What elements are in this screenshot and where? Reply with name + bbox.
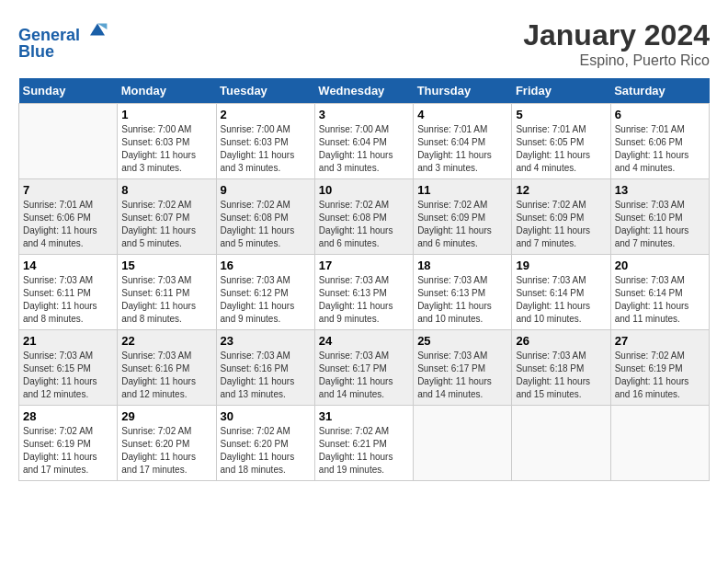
day-number: 7 [23,183,113,197]
day-info: Sunrise: 7:03 AM Sunset: 6:17 PM Dayligh… [417,350,507,401]
day-number: 3 [319,108,409,121]
day-info: Sunrise: 7:03 AM Sunset: 6:12 PM Dayligh… [221,274,311,326]
day-number: 30 [221,409,311,423]
header-friday: Friday [512,78,610,104]
calendar-cell: 4Sunrise: 7:01 AM Sunset: 6:04 PM Daylig… [414,104,512,179]
calendar-cell: 31Sunrise: 7:02 AM Sunset: 6:21 PM Dayli… [314,406,413,481]
calendar-cell: 1Sunrise: 7:00 AM Sunset: 6:03 PM Daylig… [118,104,216,179]
day-number: 27 [615,334,705,348]
day-info: Sunrise: 7:03 AM Sunset: 6:11 PM Dayligh… [23,274,113,326]
day-number: 15 [121,259,211,272]
day-info: Sunrise: 7:03 AM Sunset: 6:17 PM Dayligh… [319,350,409,401]
calendar-week-row: 7Sunrise: 7:01 AM Sunset: 6:06 PM Daylig… [19,179,710,255]
day-number: 22 [121,334,211,348]
day-info: Sunrise: 7:03 AM Sunset: 6:14 PM Dayligh… [516,274,606,326]
calendar-cell: 9Sunrise: 7:02 AM Sunset: 6:08 PM Daylig… [216,179,314,255]
day-number: 14 [23,259,113,272]
day-info: Sunrise: 7:03 AM Sunset: 6:10 PM Dayligh… [615,199,705,250]
day-number: 19 [516,259,606,272]
calendar-cell: 14Sunrise: 7:03 AM Sunset: 6:11 PM Dayli… [19,255,118,330]
day-number: 18 [417,259,507,272]
day-number: 11 [417,183,507,197]
day-info: Sunrise: 7:02 AM Sunset: 6:07 PM Dayligh… [121,199,211,250]
calendar-cell: 21Sunrise: 7:03 AM Sunset: 6:15 PM Dayli… [19,330,118,406]
day-number: 21 [23,334,113,348]
calendar-cell: 18Sunrise: 7:03 AM Sunset: 6:13 PM Dayli… [414,255,512,330]
day-info: Sunrise: 7:00 AM Sunset: 6:03 PM Dayligh… [121,123,211,175]
day-number: 5 [516,108,606,121]
day-info: Sunrise: 7:02 AM Sunset: 6:20 PM Dayligh… [221,425,311,477]
calendar-cell [414,406,512,481]
header-sunday: Sunday [19,78,118,104]
calendar-subtitle: Espino, Puerto Rico [523,52,710,69]
calendar-cell: 26Sunrise: 7:03 AM Sunset: 6:18 PM Dayli… [512,330,610,406]
logo: General Blue [18,18,108,62]
calendar-table: Sunday Monday Tuesday Wednesday Thursday… [18,78,710,481]
calendar-cell: 22Sunrise: 7:03 AM Sunset: 6:16 PM Dayli… [118,330,216,406]
header-monday: Monday [118,78,216,104]
day-info: Sunrise: 7:03 AM Sunset: 6:16 PM Dayligh… [221,350,311,401]
header-wednesday: Wednesday [314,78,413,104]
calendar-week-row: 28Sunrise: 7:02 AM Sunset: 6:19 PM Dayli… [19,406,710,481]
day-number: 6 [615,108,705,121]
day-info: Sunrise: 7:00 AM Sunset: 6:03 PM Dayligh… [221,123,311,175]
calendar-cell: 16Sunrise: 7:03 AM Sunset: 6:12 PM Dayli… [216,255,314,330]
calendar-week-row: 14Sunrise: 7:03 AM Sunset: 6:11 PM Dayli… [19,255,710,330]
day-info: Sunrise: 7:03 AM Sunset: 6:13 PM Dayligh… [319,274,409,326]
day-number: 8 [121,183,211,197]
calendar-cell [610,406,709,481]
header-tuesday: Tuesday [216,78,314,104]
calendar-cell: 19Sunrise: 7:03 AM Sunset: 6:14 PM Dayli… [512,255,610,330]
calendar-cell: 10Sunrise: 7:02 AM Sunset: 6:08 PM Dayli… [314,179,413,255]
day-info: Sunrise: 7:01 AM Sunset: 6:04 PM Dayligh… [417,123,507,175]
day-number: 2 [221,108,311,121]
day-info: Sunrise: 7:03 AM Sunset: 6:13 PM Dayligh… [417,274,507,326]
day-number: 1 [121,108,211,121]
calendar-cell: 23Sunrise: 7:03 AM Sunset: 6:16 PM Dayli… [216,330,314,406]
calendar-cell: 5Sunrise: 7:01 AM Sunset: 6:05 PM Daylig… [512,104,610,179]
day-number: 23 [221,334,311,348]
day-number: 17 [319,259,409,272]
day-number: 26 [516,334,606,348]
title-area: January 2024 Espino, Puerto Rico [523,18,710,69]
day-info: Sunrise: 7:00 AM Sunset: 6:04 PM Dayligh… [319,123,409,175]
calendar-cell: 17Sunrise: 7:03 AM Sunset: 6:13 PM Dayli… [314,255,413,330]
day-info: Sunrise: 7:02 AM Sunset: 6:09 PM Dayligh… [516,199,606,250]
calendar-cell: 3Sunrise: 7:00 AM Sunset: 6:04 PM Daylig… [314,104,413,179]
page-header: General Blue January 2024 Espino, Puerto… [18,18,710,69]
calendar-cell [512,406,610,481]
day-info: Sunrise: 7:03 AM Sunset: 6:18 PM Dayligh… [516,350,606,401]
day-info: Sunrise: 7:02 AM Sunset: 6:09 PM Dayligh… [417,199,507,250]
calendar-week-row: 1Sunrise: 7:00 AM Sunset: 6:03 PM Daylig… [19,104,710,179]
day-info: Sunrise: 7:02 AM Sunset: 6:08 PM Dayligh… [221,199,311,250]
day-number: 29 [121,409,211,423]
calendar-cell: 8Sunrise: 7:02 AM Sunset: 6:07 PM Daylig… [118,179,216,255]
day-number: 16 [221,259,311,272]
calendar-cell: 11Sunrise: 7:02 AM Sunset: 6:09 PM Dayli… [414,179,512,255]
day-info: Sunrise: 7:02 AM Sunset: 6:19 PM Dayligh… [615,350,705,401]
header-saturday: Saturday [610,78,709,104]
calendar-header-row: Sunday Monday Tuesday Wednesday Thursday… [19,78,710,104]
day-number: 12 [516,183,606,197]
day-info: Sunrise: 7:03 AM Sunset: 6:14 PM Dayligh… [615,274,705,326]
calendar-cell: 13Sunrise: 7:03 AM Sunset: 6:10 PM Dayli… [610,179,709,255]
calendar-cell: 25Sunrise: 7:03 AM Sunset: 6:17 PM Dayli… [414,330,512,406]
calendar-cell: 6Sunrise: 7:01 AM Sunset: 6:06 PM Daylig… [610,104,709,179]
day-number: 20 [615,259,705,272]
day-number: 4 [417,108,507,121]
calendar-title: January 2024 [523,18,710,52]
calendar-cell: 29Sunrise: 7:02 AM Sunset: 6:20 PM Dayli… [118,406,216,481]
calendar-cell: 30Sunrise: 7:02 AM Sunset: 6:20 PM Dayli… [216,406,314,481]
logo-icon [86,18,108,40]
day-info: Sunrise: 7:01 AM Sunset: 6:05 PM Dayligh… [516,123,606,175]
day-info: Sunrise: 7:02 AM Sunset: 6:20 PM Dayligh… [121,425,211,477]
day-number: 24 [319,334,409,348]
calendar-week-row: 21Sunrise: 7:03 AM Sunset: 6:15 PM Dayli… [19,330,710,406]
header-thursday: Thursday [414,78,512,104]
calendar-cell: 24Sunrise: 7:03 AM Sunset: 6:17 PM Dayli… [314,330,413,406]
day-number: 13 [615,183,705,197]
calendar-cell: 12Sunrise: 7:02 AM Sunset: 6:09 PM Dayli… [512,179,610,255]
calendar-cell: 15Sunrise: 7:03 AM Sunset: 6:11 PM Dayli… [118,255,216,330]
day-number: 25 [417,334,507,348]
day-info: Sunrise: 7:02 AM Sunset: 6:19 PM Dayligh… [23,425,113,477]
